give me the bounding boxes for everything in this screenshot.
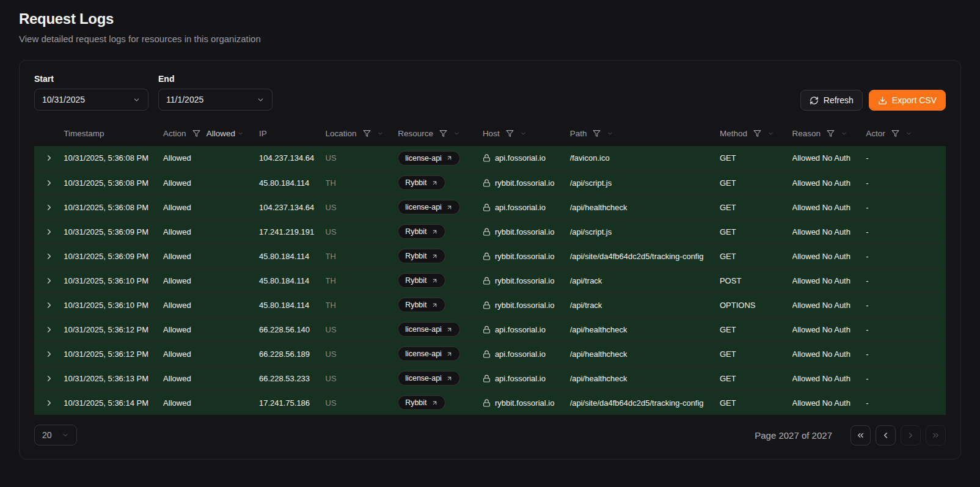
- log-row: 10/31/2025, 5:36:10 PM Allowed 45.80.184…: [34, 293, 946, 317]
- chevron-down-icon[interactable]: [377, 130, 384, 137]
- expand-row-button[interactable]: [42, 395, 56, 410]
- path-cell: /api/track: [570, 293, 720, 317]
- timestamp-cell: 10/31/2025, 5:36:10 PM: [64, 268, 163, 293]
- filter-icon[interactable]: [827, 130, 835, 137]
- column-label: Resource: [398, 129, 433, 138]
- actor-cell: -: [866, 390, 946, 415]
- path-column-header: Path: [570, 120, 720, 146]
- action-cell: Allowed: [163, 146, 259, 170]
- host-name: rybbit.fossorial.io: [495, 178, 555, 188]
- expander-column-header: [34, 120, 64, 146]
- path-cell: /api/site/da4fb64dc2d5/tracking-config: [570, 390, 720, 415]
- chevron-down-icon[interactable]: [841, 130, 847, 137]
- action-cell: Allowed: [163, 268, 259, 293]
- external-link-icon: [446, 204, 453, 211]
- start-date-label: Start: [34, 74, 148, 84]
- expand-row-button[interactable]: [42, 249, 56, 263]
- method-cell: GET: [720, 146, 792, 170]
- method-cell: GET: [720, 195, 792, 219]
- host-name: rybbit.fossorial.io: [495, 276, 555, 285]
- export-csv-button[interactable]: Export CSV: [869, 90, 946, 111]
- path-cell: /api/script.js: [570, 170, 720, 195]
- next-page-button: [901, 425, 921, 445]
- filter-icon[interactable]: [506, 130, 514, 137]
- external-link-icon: [446, 375, 453, 382]
- resource-badge[interactable]: Rybbit: [398, 298, 445, 312]
- expand-row-button[interactable]: [42, 346, 56, 361]
- download-icon: [878, 96, 887, 105]
- expand-row-button[interactable]: [42, 151, 56, 166]
- method-column-header: Method: [720, 120, 792, 146]
- resource-badge[interactable]: license-api: [398, 322, 460, 337]
- resource-badge[interactable]: Rybbit: [398, 175, 445, 190]
- resource-badge[interactable]: license-api: [398, 346, 460, 361]
- action-cell: Allowed: [163, 244, 259, 268]
- prev-page-button[interactable]: [876, 425, 896, 445]
- lock-icon: [483, 179, 491, 187]
- filter-icon[interactable]: [363, 130, 371, 137]
- path-cell: /api/site/da4fb64dc2d5/tracking-config: [570, 244, 720, 268]
- resource-badge[interactable]: Rybbit: [398, 273, 445, 288]
- filter-icon[interactable]: [192, 130, 200, 137]
- filter-icon[interactable]: [593, 130, 601, 137]
- resource-name: Rybbit: [405, 252, 426, 260]
- expand-row-button[interactable]: [42, 200, 56, 214]
- action-cell: Allowed: [163, 366, 259, 390]
- location-cell: US: [326, 219, 398, 244]
- first-page-button[interactable]: [850, 425, 871, 445]
- ip-cell: 45.80.184.114: [259, 170, 326, 195]
- lock-icon: [483, 326, 491, 334]
- filter-icon[interactable]: [439, 130, 447, 137]
- actor-cell: -: [866, 219, 946, 244]
- external-link-icon: [446, 351, 453, 357]
- expand-row-button[interactable]: [42, 298, 56, 312]
- chevron-down-icon[interactable]: [520, 130, 527, 137]
- actor-cell: -: [866, 366, 946, 390]
- expand-row-button[interactable]: [42, 371, 56, 386]
- start-date-select[interactable]: 10/31/2025: [34, 89, 148, 111]
- chevron-down-icon[interactable]: [607, 130, 613, 137]
- chevron-down-icon[interactable]: [453, 130, 460, 137]
- location-cell: TH: [326, 244, 398, 268]
- resource-name: Rybbit: [405, 398, 426, 407]
- page-subtitle: View detailed request logs for resources…: [19, 34, 961, 44]
- chevrons-left-icon: [856, 431, 865, 440]
- resource-badge[interactable]: Rybbit: [398, 224, 445, 239]
- host-cell: rybbit.fossorial.io: [483, 390, 570, 415]
- reason-cell: Allowed No Auth: [792, 146, 866, 170]
- page-size-select[interactable]: 20: [34, 425, 77, 445]
- resource-badge[interactable]: license-api: [398, 151, 460, 166]
- lock-icon: [483, 203, 491, 211]
- resource-cell: license-api: [398, 317, 483, 342]
- refresh-button[interactable]: Refresh: [800, 90, 863, 111]
- column-label: Timestamp: [64, 129, 104, 138]
- chevron-down-icon[interactable]: [767, 130, 774, 137]
- external-link-icon: [431, 253, 438, 260]
- filter-icon[interactable]: [891, 130, 899, 137]
- timestamp-cell: 10/31/2025, 5:36:12 PM: [64, 342, 163, 366]
- resource-badge[interactable]: license-api: [398, 200, 460, 214]
- ip-cell: 45.80.184.114: [259, 268, 326, 293]
- expand-row-button[interactable]: [42, 224, 56, 239]
- actor-cell: -: [866, 317, 946, 342]
- end-date-select[interactable]: 11/1/2025: [158, 89, 272, 111]
- chevron-down-icon[interactable]: [905, 130, 912, 137]
- chevron-left-icon: [881, 431, 890, 440]
- path-cell: /api/track: [570, 268, 720, 293]
- filter-icon[interactable]: [753, 130, 761, 137]
- action-filter-value[interactable]: Allowed: [207, 129, 244, 138]
- log-row: 10/31/2025, 5:36:08 PM Allowed 104.237.1…: [34, 195, 946, 219]
- expand-row-button[interactable]: [42, 273, 56, 288]
- resource-badge[interactable]: Rybbit: [398, 249, 445, 263]
- reason-cell: Allowed No Auth: [792, 390, 866, 415]
- host-name: rybbit.fossorial.io: [495, 301, 555, 310]
- location-cell: US: [326, 146, 398, 170]
- resource-badge[interactable]: Rybbit: [398, 395, 445, 410]
- reason-cell: Allowed No Auth: [792, 342, 866, 366]
- expand-row-button[interactable]: [42, 175, 56, 190]
- resource-cell: license-api: [398, 366, 483, 390]
- timestamp-cell: 10/31/2025, 5:36:08 PM: [64, 170, 163, 195]
- resource-name: license-api: [405, 203, 442, 211]
- resource-badge[interactable]: license-api: [398, 371, 460, 386]
- expand-row-button[interactable]: [42, 322, 56, 337]
